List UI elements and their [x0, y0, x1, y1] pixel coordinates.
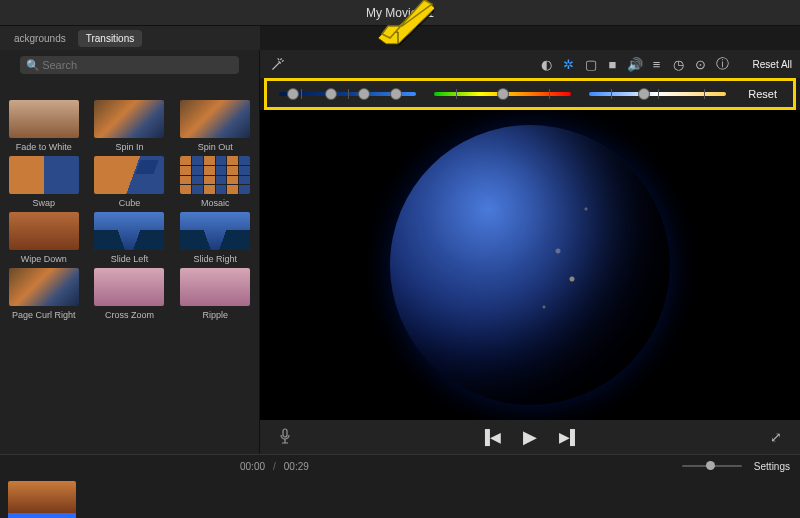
transition-item[interactable]: Cube — [92, 156, 168, 208]
zoom-slider[interactable] — [682, 465, 742, 467]
transition-item[interactable]: Swap — [6, 156, 82, 208]
viewer-toolbar: ◐✲▢■🔊≡◷⊙ⓘ Reset All — [260, 50, 800, 78]
temperature-slider[interactable] — [589, 92, 726, 96]
info-icon[interactable]: ⓘ — [713, 54, 733, 74]
slider-handle[interactable] — [497, 88, 509, 100]
transition-label: Fade to White — [16, 142, 72, 152]
transition-thumb — [9, 100, 79, 138]
transition-thumb — [94, 156, 164, 194]
search-input[interactable] — [20, 56, 239, 74]
time-sep: / — [273, 461, 276, 472]
transition-item[interactable]: Wipe Down — [6, 212, 82, 264]
transition-item[interactable]: Ripple — [177, 268, 253, 320]
transition-thumb — [94, 100, 164, 138]
skip-forward-button[interactable]: ▶▌ — [559, 429, 580, 445]
tab-backgrounds[interactable]: ackgrounds — [6, 30, 74, 47]
transition-label: Slide Right — [193, 254, 237, 264]
sidebar: 🔍 Fade to WhiteSpin InSpin OutSwapCubeMo… — [0, 50, 260, 454]
slider-handle[interactable] — [358, 88, 370, 100]
search-icon: 🔍 — [26, 59, 40, 72]
transition-label: Page Curl Right — [12, 310, 76, 320]
transition-label: Spin In — [115, 142, 143, 152]
svg-marker-1 — [378, 32, 398, 44]
saturation-slider[interactable] — [434, 92, 571, 96]
transition-item[interactable]: Fade to White — [6, 100, 82, 152]
filter-icon[interactable]: ⊙ — [691, 54, 711, 74]
transition-label: Wipe Down — [21, 254, 67, 264]
shadows-slider[interactable] — [279, 92, 416, 96]
transition-thumb — [9, 268, 79, 306]
slider-handle[interactable] — [638, 88, 650, 100]
noise-reduction-icon[interactable]: ≡ — [647, 54, 667, 74]
timeline-area: 00:00 / 00:29 Settings — [0, 454, 800, 518]
transition-label: Cross Zoom — [105, 310, 154, 320]
clip-row — [0, 477, 800, 518]
transition-thumb — [180, 156, 250, 194]
volume-icon[interactable]: 🔊 — [625, 54, 645, 74]
transition-label: Mosaic — [201, 198, 230, 208]
transition-label: Spin Out — [198, 142, 233, 152]
transition-item[interactable]: Slide Right — [177, 212, 253, 264]
slider-handle[interactable] — [390, 88, 402, 100]
slider-handle[interactable] — [325, 88, 337, 100]
transition-label: Swap — [33, 198, 56, 208]
video-preview[interactable] — [260, 110, 800, 420]
crop-icon[interactable]: ▢ — [581, 54, 601, 74]
transitions-grid: Fade to WhiteSpin InSpin OutSwapCubeMosa… — [0, 80, 259, 454]
transition-thumb — [94, 212, 164, 250]
skip-back-button[interactable]: ▐◀ — [480, 429, 501, 445]
reset-all-button[interactable]: Reset All — [753, 59, 792, 70]
speed-icon[interactable]: ◷ — [669, 54, 689, 74]
camera-icon[interactable]: ■ — [603, 54, 623, 74]
viewer-panel: ◐✲▢■🔊≡◷⊙ⓘ Reset All Reset ▐◀ ▶ ▶▌ ⤢ — [260, 50, 800, 454]
fullscreen-icon[interactable]: ⤢ — [770, 429, 782, 445]
main-area: 🔍 Fade to WhiteSpin InSpin OutSwapCubeMo… — [0, 50, 800, 454]
play-button[interactable]: ▶ — [523, 426, 537, 448]
transition-item[interactable]: Page Curl Right — [6, 268, 82, 320]
browser-tabs: ackgrounds Transitions — [0, 26, 260, 50]
project-title: My Movie 21 — [366, 6, 434, 20]
slider-handle[interactable] — [287, 88, 299, 100]
settings-button[interactable]: Settings — [754, 461, 790, 472]
transition-label: Cube — [119, 198, 141, 208]
transition-item[interactable]: Slide Left — [92, 212, 168, 264]
transition-label: Ripple — [202, 310, 228, 320]
playback-bar: ▐◀ ▶ ▶▌ ⤢ — [260, 420, 800, 454]
transition-item[interactable]: Mosaic — [177, 156, 253, 208]
earth-frame — [390, 125, 670, 405]
time-current: 00:00 — [240, 461, 265, 472]
color-balance-icon[interactable]: ◐ — [537, 54, 557, 74]
microphone-icon[interactable] — [278, 428, 292, 447]
transition-item[interactable]: Cross Zoom — [92, 268, 168, 320]
transition-thumb — [180, 212, 250, 250]
transition-thumb — [180, 268, 250, 306]
color-correction-row: Reset — [264, 78, 796, 110]
transition-item[interactable]: Spin In — [92, 100, 168, 152]
timeline-header: 00:00 / 00:29 Settings — [0, 455, 800, 477]
transition-item[interactable]: Spin Out — [177, 100, 253, 152]
magic-wand-icon[interactable] — [268, 54, 288, 74]
transition-thumb — [180, 100, 250, 138]
timeline-clip[interactable] — [8, 481, 76, 518]
titlebar: My Movie 21 — [0, 0, 800, 26]
transition-label: Slide Left — [111, 254, 149, 264]
transition-thumb — [94, 268, 164, 306]
time-total: 00:29 — [284, 461, 309, 472]
svg-rect-2 — [283, 429, 287, 437]
color-correction-icon[interactable]: ✲ — [559, 54, 579, 74]
tab-transitions[interactable]: Transitions — [78, 30, 143, 47]
transition-thumb — [9, 156, 79, 194]
color-reset-button[interactable]: Reset — [744, 86, 781, 102]
transition-thumb — [9, 212, 79, 250]
